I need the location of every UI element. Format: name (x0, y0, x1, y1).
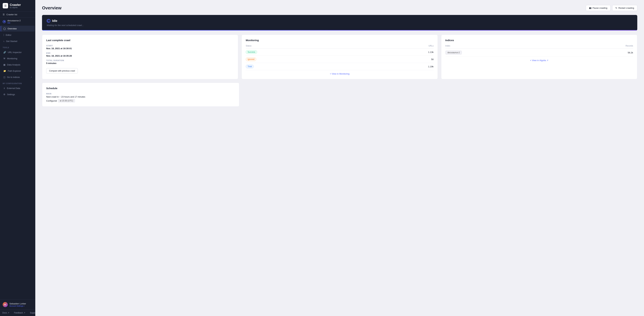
footer-docs[interactable]: Docs ↗ (0, 310, 12, 316)
monitoring-card: Monitoring Status URLs Success 1.13k (242, 34, 438, 79)
schedule-time-badge: at 15:30 (UTC) (58, 99, 75, 102)
index-records: 56.2k (574, 48, 633, 57)
status-banner: Idle Waiting for the next scheduled craw… (42, 15, 637, 30)
external-data-label: External Data (7, 87, 20, 89)
total-count: 1.19k (373, 63, 434, 70)
support-label: Support (30, 312, 35, 314)
second-row-spacer (243, 83, 637, 107)
progress-fill (42, 30, 637, 30)
path-explorer-icon: 📁 (3, 70, 6, 72)
table-row: docusaurus-2 56.2k (445, 48, 633, 57)
table-row: Ignored 58 (246, 56, 434, 63)
status-subtitle: Waiting for the next scheduled crawl... (47, 24, 632, 26)
ignored-badge: Ignored (246, 57, 256, 61)
schedule-title: Schedule (46, 87, 235, 90)
logo-icon: ☷ (3, 3, 8, 8)
index-name-cell: docusaurus-2 (445, 48, 574, 57)
sidebar-item-url-inspector[interactable]: 🔗 URL Inspector (1, 49, 34, 55)
pause-crawling-button[interactable]: ▮▮ Pause crawling (586, 5, 610, 11)
end-value: Nov. 18, 2021 at 16:35:28 (46, 54, 234, 57)
main-content: Overview ▮▮ Pause crawling ↻ Restart cra… (35, 0, 644, 316)
monitoring-label: Monitoring (7, 57, 17, 60)
schedule-card: Schedule MAIN Next crawl in ~ 23 hours a… (42, 83, 239, 107)
last-crawl-title: Last complete crawl (46, 39, 234, 42)
index-badge: docusaurus-2 (445, 50, 462, 54)
page-header: Overview ▮▮ Pause crawling ↻ Restart cra… (42, 5, 637, 11)
indices-table: Index Records docusaurus-2 56.2k (445, 45, 633, 57)
idle-icon (47, 19, 50, 23)
account-settings-link[interactable]: Account Settings • (10, 305, 26, 307)
col-urls: URLs (373, 45, 434, 48)
status-ignored-cell: Ignored (246, 56, 373, 63)
footer-support[interactable]: Support ↗ (28, 310, 35, 316)
monitoring-table: Status URLs Success 1.13k Ignored (246, 45, 434, 70)
crawler-status-icon (3, 20, 6, 23)
sidebar-item-go-to-indices[interactable]: ◫ Go to indices ➚ (1, 74, 34, 80)
total-badge: Total (246, 65, 254, 68)
status-title: Idle (47, 19, 632, 23)
schedule-main-label: MAIN (46, 93, 235, 95)
docs-external-icon: ↗ (8, 312, 9, 314)
sidebar-item-monitoring[interactable]: ⚒ Monitoring (1, 55, 34, 61)
sidebar-item-get-started[interactable]: ♭ Get Started (1, 38, 34, 44)
header-actions: ▮▮ Pause crawling ↻ Restart crawling (586, 5, 637, 11)
avatar: SL (3, 302, 8, 307)
get-started-icon: ♭ (3, 40, 4, 42)
docs-label: Docs (2, 312, 7, 314)
sidebar-item-data-analysis[interactable]: ▩ Data Analysis (1, 62, 34, 68)
monitoring-icon: ⚒ (3, 57, 6, 60)
settings-label: Settings (7, 93, 15, 96)
success-badge: Success (246, 50, 257, 54)
crawler-list-label: Crawler list (6, 13, 17, 16)
compare-crawl-button[interactable]: Compare with previous crawl (46, 68, 78, 73)
indices-title: Indices (445, 39, 633, 42)
view-in-algolia-link[interactable]: + View in Algolia ↗ (445, 57, 633, 62)
crawler-status-label: Idle (8, 22, 21, 24)
footer-feedback[interactable]: Feedback ↗ (12, 310, 28, 316)
sidebar-item-overview[interactable]: ◯ Overview (1, 26, 34, 31)
sidebar-item-settings[interactable]: ⚙ Settings (1, 91, 34, 97)
col-index: Index (445, 45, 574, 48)
user-profile[interactable]: SL Sebastien Lorber Account Settings • (0, 300, 35, 310)
data-analysis-label: Data Analysis (7, 63, 20, 66)
status-title-text: Idle (52, 19, 57, 23)
duration-value: 5 minutes (46, 62, 234, 64)
sidebar-item-external-data[interactable]: ⇓ External Data (1, 85, 34, 91)
table-row: Success 1.13k (246, 48, 434, 56)
page-title: Overview (42, 5, 62, 10)
sidebar-item-path-explorer[interactable]: 📁 Path Explorer (1, 68, 34, 74)
overview-label: Overview (8, 27, 17, 30)
external-data-icon: ⇓ (3, 87, 5, 89)
view-in-monitoring-link[interactable]: + View in Monitoring (246, 70, 434, 75)
app-by: by algolia (10, 6, 21, 8)
sidebar-bottom: SL Sebastien Lorber Account Settings • D… (0, 300, 35, 316)
crawler-status-dot (4, 21, 5, 22)
table-row: Total 1.19k (246, 63, 434, 70)
config-section-label: MY CONFIGURATION (0, 80, 35, 85)
start-label: START (46, 45, 234, 47)
restart-icon: ↻ (616, 7, 617, 9)
compare-label: Compare with previous crawl (49, 70, 75, 72)
crawler-name: docusaurus-2 (8, 19, 21, 22)
pause-label: Pause crawling (592, 7, 607, 9)
sidebar-item-crawler-list[interactable]: ☰ Crawler list (0, 11, 35, 17)
url-inspector-label: URL Inspector (8, 51, 22, 53)
monitoring-title: Monitoring (246, 39, 434, 42)
restart-crawling-button[interactable]: ↻ Restart crawling (612, 5, 637, 11)
sidebar-item-editor[interactable]: 〉 Editor (1, 32, 34, 38)
col-records: Records (574, 45, 633, 48)
tools-section-label: TOOLS (0, 44, 35, 49)
indices-label: Go to indices (7, 76, 20, 78)
col-status: Status (246, 45, 373, 48)
end-label: END (46, 52, 234, 54)
app-name: Crawler (10, 3, 21, 6)
start-value: Nov. 18, 2021 at 16:30:01 (46, 47, 234, 50)
restart-label: Restart crawling (618, 7, 634, 9)
settings-icon: ⚙ (3, 93, 6, 96)
active-crawler[interactable]: docusaurus-2 Idle (0, 17, 35, 25)
last-crawl-card: Last complete crawl START Nov. 18, 2021 … (42, 34, 238, 79)
feedback-label: Feedback (14, 312, 23, 314)
schedule-configured: Configured at 15:30 (UTC) (46, 99, 235, 102)
editor-icon: 〉 (3, 33, 4, 36)
sidebar-footer: Docs ↗ Feedback ↗ Support ↗ (0, 310, 35, 316)
